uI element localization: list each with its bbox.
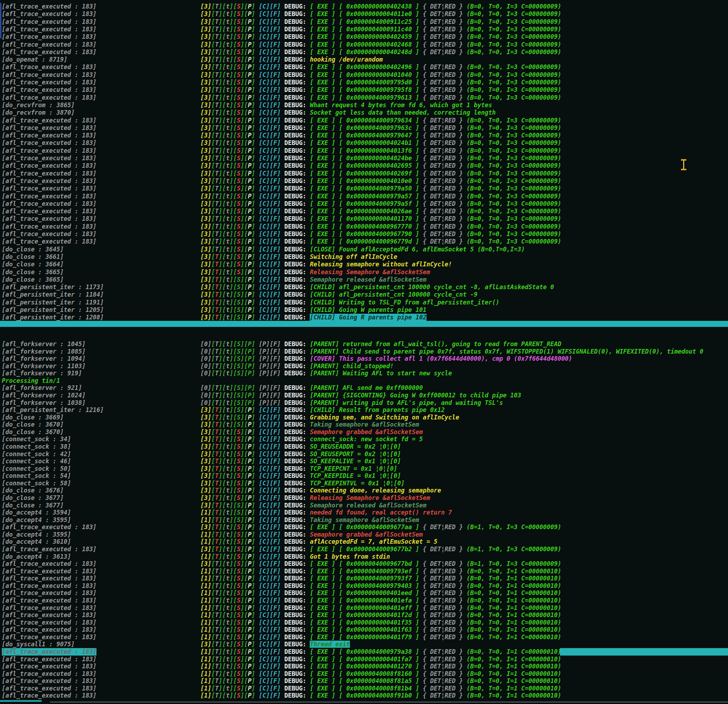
log-message: { DET¦RED } xyxy=(423,582,463,589)
flag-bracket: ] xyxy=(218,560,222,567)
flag-bracket: ] xyxy=(266,48,270,56)
flag-bracket: ] xyxy=(277,79,280,86)
log-flags-and-message: [3][T][t][S][P] [C][F] DEBUG: [CHILD] Re… xyxy=(201,406,445,414)
flag-bracket: ] xyxy=(241,370,244,377)
flag-bracket: ] xyxy=(252,509,255,516)
flag-bracket: [ xyxy=(259,3,262,10)
log-message: connect_sock: new socket fd = 5 xyxy=(310,435,423,442)
flag-bracket: [ xyxy=(222,414,226,421)
flag-bracket: [ xyxy=(211,692,215,699)
flag-3: 3 xyxy=(204,523,208,531)
flag-bracket: [ xyxy=(270,238,273,245)
flag-bracket: [ xyxy=(211,560,215,567)
log-flags-and-message: [1][T][t][S][P] [C][F] DEBUG: [ EXE ] [ … xyxy=(201,589,561,597)
flag-bracket: ] xyxy=(277,677,280,684)
flag-bracket: ] xyxy=(241,33,244,40)
flag-bracket: [ xyxy=(211,399,215,406)
flag-bracket: [ xyxy=(211,392,215,399)
flag-C: C xyxy=(262,465,266,472)
flag-F: F xyxy=(273,648,277,655)
debug-tag: DEBUG: xyxy=(285,238,306,245)
flag-bracket: [ xyxy=(222,291,226,298)
flag-bracket: [ xyxy=(270,79,273,86)
log-message: SO_REUSEPORT = 0x2 ¦0¦[0] xyxy=(310,451,401,458)
flag-C: C xyxy=(262,619,266,626)
log-message: { DET¦RED } xyxy=(423,155,463,162)
flag-bracket: [ xyxy=(259,363,262,370)
log-message: [ EXE ] [ 0x00000000004013f6 ] xyxy=(310,147,423,154)
flag-bracket: ] xyxy=(241,392,244,399)
flag-bracket: ] xyxy=(218,597,222,604)
flag-bracket: [ xyxy=(259,604,262,611)
flag-bracket: [ xyxy=(222,502,226,509)
flag-bracket: ] xyxy=(252,155,255,162)
flag-bracket: [ xyxy=(244,553,248,560)
flag-F: F xyxy=(273,261,277,268)
flag-F: F xyxy=(273,553,277,560)
log-flags-and-message: [1][T][t][S][P] [C][F] DEBUG: [ EXE ] [ … xyxy=(201,663,561,670)
flag-bracket: ] xyxy=(218,582,222,589)
flag-bracket: ] xyxy=(241,626,244,633)
flag-bracket: ] xyxy=(218,604,222,611)
flag-t: t xyxy=(226,230,230,237)
flag-bracket: ] xyxy=(230,575,233,582)
log-message: Switching off aflInCycle xyxy=(310,253,397,260)
flag-P: P xyxy=(262,348,266,355)
flag-S: S xyxy=(237,10,241,17)
flag-bracket: [ xyxy=(244,56,248,63)
flag-bracket: ] xyxy=(218,677,222,684)
flag-C: C xyxy=(262,677,266,684)
flag-bracket: [ xyxy=(201,124,204,132)
flag-bracket: [ xyxy=(259,619,262,626)
flag-bracket: ] xyxy=(230,193,233,200)
log-line: [connect_sock : 38][3][T][t][S][P] [C][F… xyxy=(0,443,728,451)
flag-t: t xyxy=(226,553,230,560)
flag-bracket: ] xyxy=(241,560,244,567)
log-label: [afl_trace_executed : 183] xyxy=(2,124,97,132)
log-flags-and-message: [3][T][t][S][P] [C][F] DEBUG: Switching … xyxy=(201,253,397,261)
flag-bracket: ] xyxy=(230,692,233,699)
flag-bracket: [ xyxy=(244,370,248,377)
flag-bracket: ] xyxy=(230,399,233,406)
flag-bracket: ] xyxy=(266,670,270,677)
log-flags-and-message: [3][T][t][S][P] [C][F] DEBUG: hooking /d… xyxy=(201,56,383,64)
flag-bracket: ] xyxy=(266,147,270,154)
log-label: [afl_trace_executed : 183] xyxy=(2,117,97,124)
flag-T: T xyxy=(215,139,218,146)
flag-bracket: ] xyxy=(252,568,255,575)
flag-bracket: ] xyxy=(266,117,270,124)
log-message: Semaphore grabbed &aflSocketSem xyxy=(310,531,423,538)
flag-S: S xyxy=(237,276,241,283)
log-line: [afl_forkserver : 1094][0][T][t][S][P] [… xyxy=(0,355,728,363)
log-message: TCP_KEEPIDLE = 0x1 ¦0¦[0] xyxy=(310,472,401,479)
flag-bracket: [ xyxy=(233,545,237,553)
flag-bracket: [ xyxy=(222,193,226,200)
flag-F: F xyxy=(273,215,277,222)
flag-bracket: ] xyxy=(230,162,233,169)
flag-bracket: [ xyxy=(233,692,237,699)
log-message: (B=0, T=0, I=1 C=00000010) xyxy=(463,619,561,626)
flag-bracket: ] xyxy=(252,531,255,538)
flag-bracket: ] xyxy=(277,685,280,692)
flag-bracket: [ xyxy=(201,3,204,10)
flag-bracket: ] xyxy=(208,147,211,154)
flag-bracket: ] xyxy=(230,246,233,253)
flag-bracket: ] xyxy=(277,230,280,237)
flag-bracket: ] xyxy=(252,370,255,377)
flag-t: t xyxy=(226,633,230,640)
log-message: (B=0, T=0, I=3 C=00000009) xyxy=(463,48,561,56)
flag-bracket: [ xyxy=(211,193,215,200)
flag-bracket: [ xyxy=(222,348,226,355)
debug-tag: DEBUG: xyxy=(285,109,306,116)
flag-bracket: ] xyxy=(218,472,222,479)
flag-bracket: ] xyxy=(218,314,222,321)
flag-bracket: ] xyxy=(218,10,222,17)
log-line: [do_close : 3664][3][T][t][S][P] [C][F] … xyxy=(0,261,728,268)
flag-bracket: [ xyxy=(259,155,262,162)
flag-bracket: [ xyxy=(222,170,226,177)
flag-t: t xyxy=(226,314,230,321)
log-line: [afl_trace_executed : 183][1][T][t][S][P… xyxy=(0,692,728,700)
flag-bracket: ] xyxy=(252,86,255,93)
flag-1: 1 xyxy=(204,582,208,589)
flag-bracket: ] xyxy=(241,451,244,458)
